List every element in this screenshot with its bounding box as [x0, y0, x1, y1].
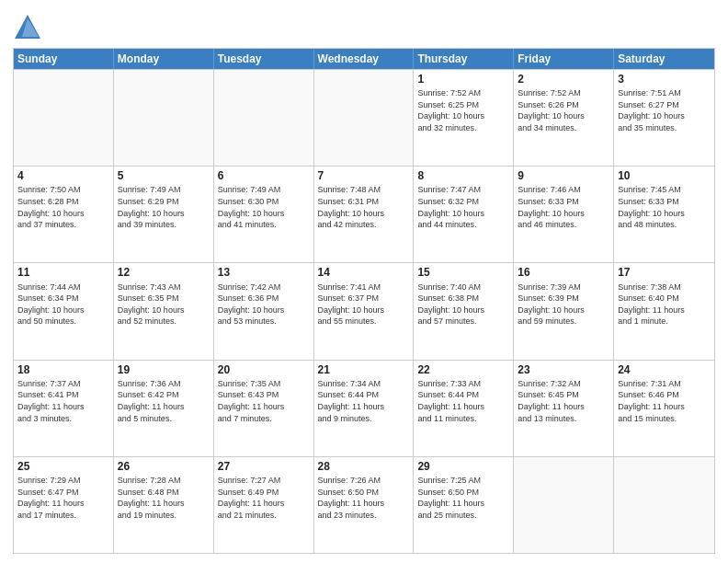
day-number: 20 — [218, 362, 310, 377]
calendar-header-monday: Monday — [114, 49, 214, 69]
calendar-day-6: 6Sunrise: 7:49 AM Sunset: 6:30 PM Daylig… — [214, 167, 314, 262]
day-number: 16 — [518, 265, 609, 280]
calendar-body: 1Sunrise: 7:52 AM Sunset: 6:25 PM Daylig… — [14, 69, 714, 553]
calendar-header-friday: Friday — [514, 49, 614, 69]
day-number: 1 — [417, 72, 509, 86]
calendar-day-8: 8Sunrise: 7:47 AM Sunset: 6:32 PM Daylig… — [414, 167, 514, 262]
calendar-day-3: 3Sunrise: 7:51 AM Sunset: 6:27 PM Daylig… — [614, 70, 714, 166]
day-info: Sunrise: 7:38 AM Sunset: 6:40 PM Dayligh… — [618, 282, 711, 327]
day-number: 23 — [518, 362, 609, 377]
calendar-day-1: 1Sunrise: 7:52 AM Sunset: 6:25 PM Daylig… — [414, 70, 514, 166]
day-info: Sunrise: 7:39 AM Sunset: 6:39 PM Dayligh… — [518, 282, 609, 327]
day-info: Sunrise: 7:33 AM Sunset: 6:44 PM Dayligh… — [417, 378, 509, 424]
calendar-header-sunday: Sunday — [14, 49, 114, 69]
day-info: Sunrise: 7:37 AM Sunset: 6:41 PM Dayligh… — [17, 378, 109, 424]
day-info: Sunrise: 7:45 AM Sunset: 6:33 PM Dayligh… — [618, 184, 711, 230]
day-number: 25 — [17, 459, 109, 474]
day-number: 26 — [118, 459, 210, 474]
calendar-day-27: 27Sunrise: 7:27 AM Sunset: 6:49 PM Dayli… — [214, 457, 314, 553]
day-number: 15 — [417, 265, 509, 280]
day-info: Sunrise: 7:51 AM Sunset: 6:27 PM Dayligh… — [618, 87, 711, 133]
day-number: 6 — [218, 168, 310, 183]
day-number: 2 — [518, 72, 609, 86]
calendar-day-2: 2Sunrise: 7:52 AM Sunset: 6:26 PM Daylig… — [514, 70, 614, 166]
calendar-row-2: 4Sunrise: 7:50 AM Sunset: 6:28 PM Daylig… — [14, 166, 714, 262]
day-number: 17 — [618, 265, 711, 280]
calendar-day-11: 11Sunrise: 7:44 AM Sunset: 6:34 PM Dayli… — [14, 263, 114, 359]
calendar-day-12: 12Sunrise: 7:43 AM Sunset: 6:35 PM Dayli… — [114, 263, 214, 359]
calendar: SundayMondayTuesdayWednesdayThursdayFrid… — [13, 48, 715, 554]
header — [13, 9, 715, 42]
day-info: Sunrise: 7:36 AM Sunset: 6:42 PM Dayligh… — [118, 378, 210, 424]
day-number: 12 — [118, 265, 210, 280]
day-info: Sunrise: 7:46 AM Sunset: 6:33 PM Dayligh… — [518, 184, 609, 230]
day-info: Sunrise: 7:49 AM Sunset: 6:29 PM Dayligh… — [118, 184, 210, 230]
calendar-row-1: 1Sunrise: 7:52 AM Sunset: 6:25 PM Daylig… — [14, 69, 714, 166]
calendar-day-22: 22Sunrise: 7:33 AM Sunset: 6:44 PM Dayli… — [414, 361, 514, 456]
day-number: 28 — [318, 459, 410, 474]
day-info: Sunrise: 7:42 AM Sunset: 6:36 PM Dayligh… — [218, 282, 310, 327]
day-number: 7 — [318, 168, 410, 183]
calendar-row-3: 11Sunrise: 7:44 AM Sunset: 6:34 PM Dayli… — [14, 262, 714, 359]
logo — [13, 9, 46, 42]
logo-icon — [13, 13, 42, 42]
calendar-header-saturday: Saturday — [614, 49, 714, 69]
calendar-header-wednesday: Wednesday — [314, 49, 415, 69]
day-number: 4 — [17, 168, 109, 183]
day-number: 21 — [318, 362, 410, 377]
day-info: Sunrise: 7:40 AM Sunset: 6:38 PM Dayligh… — [417, 282, 509, 327]
calendar-day-18: 18Sunrise: 7:37 AM Sunset: 6:41 PM Dayli… — [14, 361, 114, 456]
calendar-header-tuesday: Tuesday — [214, 49, 314, 69]
calendar-day-20: 20Sunrise: 7:35 AM Sunset: 6:43 PM Dayli… — [214, 361, 314, 456]
day-number: 24 — [618, 362, 711, 377]
calendar-header: SundayMondayTuesdayWednesdayThursdayFrid… — [14, 49, 714, 69]
calendar-day-24: 24Sunrise: 7:31 AM Sunset: 6:46 PM Dayli… — [614, 361, 714, 456]
calendar-day-empty — [14, 70, 114, 166]
calendar-day-25: 25Sunrise: 7:29 AM Sunset: 6:47 PM Dayli… — [14, 457, 114, 553]
calendar-row-5: 25Sunrise: 7:29 AM Sunset: 6:47 PM Dayli… — [14, 456, 714, 553]
calendar-day-empty — [214, 70, 314, 166]
day-info: Sunrise: 7:26 AM Sunset: 6:50 PM Dayligh… — [318, 475, 410, 521]
calendar-day-16: 16Sunrise: 7:39 AM Sunset: 6:39 PM Dayli… — [514, 263, 614, 359]
day-number: 9 — [518, 168, 609, 183]
day-info: Sunrise: 7:48 AM Sunset: 6:31 PM Dayligh… — [318, 184, 410, 230]
day-number: 18 — [17, 362, 109, 377]
day-number: 22 — [417, 362, 509, 377]
day-number: 10 — [618, 168, 711, 183]
calendar-day-17: 17Sunrise: 7:38 AM Sunset: 6:40 PM Dayli… — [614, 263, 714, 359]
day-number: 27 — [218, 459, 310, 474]
calendar-day-13: 13Sunrise: 7:42 AM Sunset: 6:36 PM Dayli… — [214, 263, 314, 359]
calendar-day-7: 7Sunrise: 7:48 AM Sunset: 6:31 PM Daylig… — [314, 167, 415, 262]
day-number: 5 — [118, 168, 210, 183]
day-number: 14 — [318, 265, 410, 280]
day-info: Sunrise: 7:32 AM Sunset: 6:45 PM Dayligh… — [518, 378, 609, 424]
calendar-day-21: 21Sunrise: 7:34 AM Sunset: 6:44 PM Dayli… — [314, 361, 415, 456]
day-number: 11 — [17, 265, 109, 280]
day-number: 29 — [417, 459, 509, 474]
day-number: 13 — [218, 265, 310, 280]
calendar-day-14: 14Sunrise: 7:41 AM Sunset: 6:37 PM Dayli… — [314, 263, 415, 359]
page: SundayMondayTuesdayWednesdayThursdayFrid… — [0, 0, 728, 563]
calendar-day-4: 4Sunrise: 7:50 AM Sunset: 6:28 PM Daylig… — [14, 167, 114, 262]
calendar-day-29: 29Sunrise: 7:25 AM Sunset: 6:50 PM Dayli… — [414, 457, 514, 553]
calendar-day-5: 5Sunrise: 7:49 AM Sunset: 6:29 PM Daylig… — [114, 167, 214, 262]
day-info: Sunrise: 7:41 AM Sunset: 6:37 PM Dayligh… — [318, 282, 410, 327]
calendar-day-26: 26Sunrise: 7:28 AM Sunset: 6:48 PM Dayli… — [114, 457, 214, 553]
day-info: Sunrise: 7:49 AM Sunset: 6:30 PM Dayligh… — [218, 184, 310, 230]
day-info: Sunrise: 7:27 AM Sunset: 6:49 PM Dayligh… — [218, 475, 310, 521]
day-number: 8 — [417, 168, 509, 183]
calendar-day-19: 19Sunrise: 7:36 AM Sunset: 6:42 PM Dayli… — [114, 361, 214, 456]
calendar-day-empty — [114, 70, 214, 166]
day-info: Sunrise: 7:34 AM Sunset: 6:44 PM Dayligh… — [318, 378, 410, 424]
day-info: Sunrise: 7:29 AM Sunset: 6:47 PM Dayligh… — [17, 475, 109, 521]
calendar-day-10: 10Sunrise: 7:45 AM Sunset: 6:33 PM Dayli… — [614, 167, 714, 262]
calendar-day-empty — [314, 70, 415, 166]
day-info: Sunrise: 7:52 AM Sunset: 6:25 PM Dayligh… — [417, 87, 509, 133]
calendar-day-23: 23Sunrise: 7:32 AM Sunset: 6:45 PM Dayli… — [514, 361, 614, 456]
calendar-day-28: 28Sunrise: 7:26 AM Sunset: 6:50 PM Dayli… — [314, 457, 415, 553]
calendar-day-empty — [614, 457, 714, 553]
day-info: Sunrise: 7:43 AM Sunset: 6:35 PM Dayligh… — [118, 282, 210, 327]
day-info: Sunrise: 7:25 AM Sunset: 6:50 PM Dayligh… — [417, 475, 509, 521]
day-number: 19 — [118, 362, 210, 377]
calendar-row-4: 18Sunrise: 7:37 AM Sunset: 6:41 PM Dayli… — [14, 360, 714, 456]
